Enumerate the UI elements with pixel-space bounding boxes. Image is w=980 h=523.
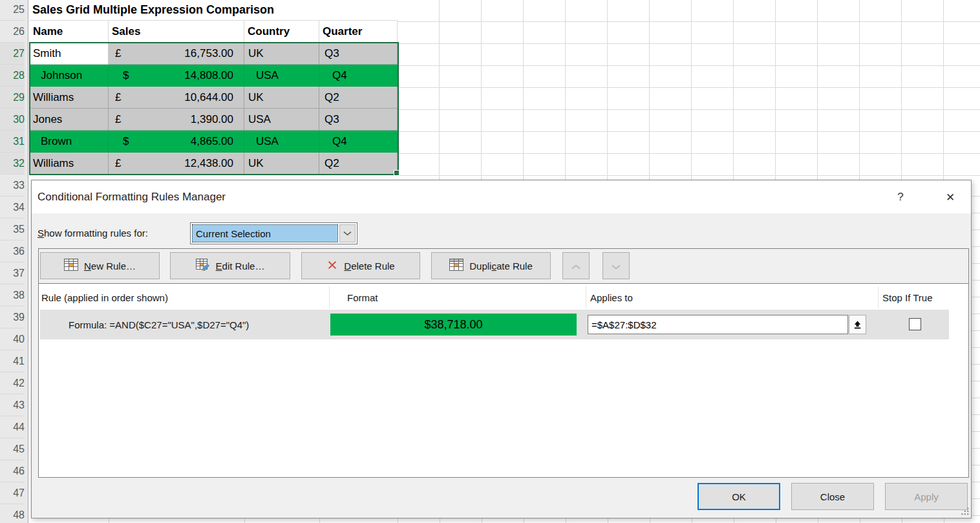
row-header-cell[interactable]: 28 (0, 65, 25, 87)
gridline (482, 518, 482, 523)
chevron-up-icon (571, 261, 581, 272)
chevron-down-icon[interactable] (339, 224, 356, 242)
cell-sales[interactable]: £1,390.00 (109, 109, 244, 131)
stop-if-true-checkbox[interactable] (909, 318, 921, 330)
new-rule-label: New Rule… (84, 261, 136, 272)
new-rule-button[interactable]: New Rule… (40, 252, 160, 279)
row-header-column: 2526272829303132333435363738394041424344… (0, 0, 28, 523)
gridline (524, 518, 524, 523)
gridline (608, 518, 608, 523)
column-header-country[interactable]: Country (244, 21, 319, 43)
apply-button[interactable]: Apply (885, 483, 968, 510)
row-header-cell[interactable]: 42 (0, 372, 25, 394)
row-header-cell[interactable]: 40 (0, 328, 25, 350)
row-header-cell[interactable]: 48 (0, 504, 25, 523)
list-header-applies-to: Applies to (590, 286, 633, 309)
dialog-titlebar[interactable]: Conditional Formatting Rules Manager (32, 180, 971, 213)
new-rule-icon (64, 259, 78, 273)
cell-quarter[interactable]: Q4 (319, 65, 398, 87)
row-header-cell[interactable]: 46 (0, 460, 25, 482)
row-header-cell[interactable]: 37 (0, 262, 25, 284)
chevron-down-icon (612, 261, 621, 272)
cell-sales[interactable]: $4,865.00 (109, 131, 244, 153)
rule-list-row[interactable]: Formula: =AND($C27="USA",$D27="Q4") $38,… (40, 310, 949, 339)
column-header-quarter[interactable]: Quarter (319, 21, 398, 43)
edit-rule-label: Edit Rule… (216, 261, 265, 272)
gridline (734, 518, 734, 523)
row-header-cell[interactable]: 25 (0, 0, 25, 21)
list-header-divider (878, 286, 879, 308)
row-header-cell[interactable]: 41 (0, 350, 25, 372)
cell-country[interactable]: USA (244, 109, 319, 131)
column-header-sales[interactable]: Sales (109, 21, 244, 43)
cell-name[interactable]: Brown (30, 131, 109, 153)
row-header-cell[interactable]: 35 (0, 219, 25, 240)
ok-button[interactable]: OK (698, 483, 780, 510)
cell-sales[interactable]: $14,808.00 (109, 65, 244, 87)
cell-quarter[interactable]: Q3 (319, 109, 398, 131)
cell-sales[interactable]: £12,438.00 (109, 153, 244, 175)
row-header-cell[interactable]: 33 (0, 175, 25, 197)
gridline (566, 518, 566, 523)
row-header-cell[interactable]: 36 (0, 240, 25, 262)
scope-dropdown[interactable]: Current Selection (190, 222, 357, 244)
delete-rule-button[interactable]: Delete Rule (301, 252, 420, 279)
row-header-cell[interactable]: 47 (0, 482, 25, 504)
gridline (902, 518, 902, 523)
row-header-cell[interactable]: 32 (0, 153, 25, 175)
cell-name[interactable]: Williams (30, 87, 109, 109)
row-header-cell[interactable]: 44 (0, 416, 25, 438)
cell-country[interactable]: UK (244, 43, 319, 65)
cell-quarter[interactable]: Q3 (319, 43, 398, 65)
cell-name[interactable]: Jones (30, 109, 109, 131)
gridline (692, 518, 692, 523)
cell-country[interactable]: UK (244, 153, 319, 175)
cell-sales[interactable]: £16,753.00 (109, 43, 244, 65)
row-header-cell[interactable]: 27 (0, 43, 25, 65)
row-header-cell[interactable]: 30 (0, 109, 25, 131)
cell-name[interactable]: Williams (30, 153, 109, 175)
row-header-cell[interactable]: 38 (0, 284, 25, 306)
collapse-dialog-icon[interactable] (849, 315, 866, 334)
duplicate-rule-label: Duplicate Rule (469, 261, 533, 272)
column-header-name[interactable]: Name (30, 21, 109, 43)
edit-rule-icon (196, 259, 210, 273)
close-icon[interactable]: ✕ (942, 189, 959, 205)
move-rule-up-button[interactable] (562, 252, 590, 279)
move-rule-down-button[interactable] (602, 252, 630, 279)
show-rules-label-rest: how formatting rules for: (44, 228, 148, 239)
close-button[interactable]: Close (791, 483, 874, 510)
row-header-cell[interactable]: 39 (0, 306, 25, 328)
cell-name[interactable]: Smith (30, 43, 109, 65)
applies-to-input[interactable]: =$A$27:$D$32 (588, 315, 848, 334)
row-header-cell[interactable]: 31 (0, 131, 25, 153)
gridline (860, 518, 860, 523)
row-header-cell[interactable]: 43 (0, 394, 25, 416)
cell-quarter[interactable]: Q2 (319, 87, 398, 109)
gridline (319, 518, 320, 523)
show-rules-label: Show formatting rules for: (37, 223, 148, 242)
list-header-rule: Rule (applied in order shown) (41, 286, 168, 309)
row-header-cell[interactable]: 26 (0, 21, 25, 43)
gridline (109, 518, 109, 523)
cell-name[interactable]: Johnson (30, 65, 109, 87)
row-header-cell[interactable]: 34 (0, 197, 25, 219)
conditional-formatting-rules-manager-dialog: Conditional Formatting Rules Manager ? ✕… (31, 180, 972, 518)
cell-country[interactable]: USA (244, 65, 319, 87)
cell-sales[interactable]: £10,644.00 (109, 87, 244, 109)
row-header-cell[interactable]: 29 (0, 87, 25, 109)
cell-quarter[interactable]: Q4 (319, 131, 398, 153)
list-header-divider (329, 286, 330, 308)
cell-country[interactable]: UK (244, 87, 319, 109)
help-icon[interactable]: ? (893, 190, 908, 204)
cell-quarter[interactable]: Q2 (319, 153, 398, 175)
gridline (650, 518, 650, 523)
fill-handle[interactable] (394, 170, 399, 176)
cell-country[interactable]: USA (244, 131, 319, 153)
row-header-cell[interactable]: 45 (0, 438, 25, 460)
edit-rule-button[interactable]: Edit Rule… (170, 252, 290, 279)
resize-grip[interactable] (959, 506, 971, 517)
gridline (818, 518, 818, 523)
duplicate-rule-button[interactable]: Duplicate Rule (431, 252, 551, 279)
sheet-title-cell[interactable]: Sales Grid Multiple Expression Compariso… (30, 0, 398, 21)
